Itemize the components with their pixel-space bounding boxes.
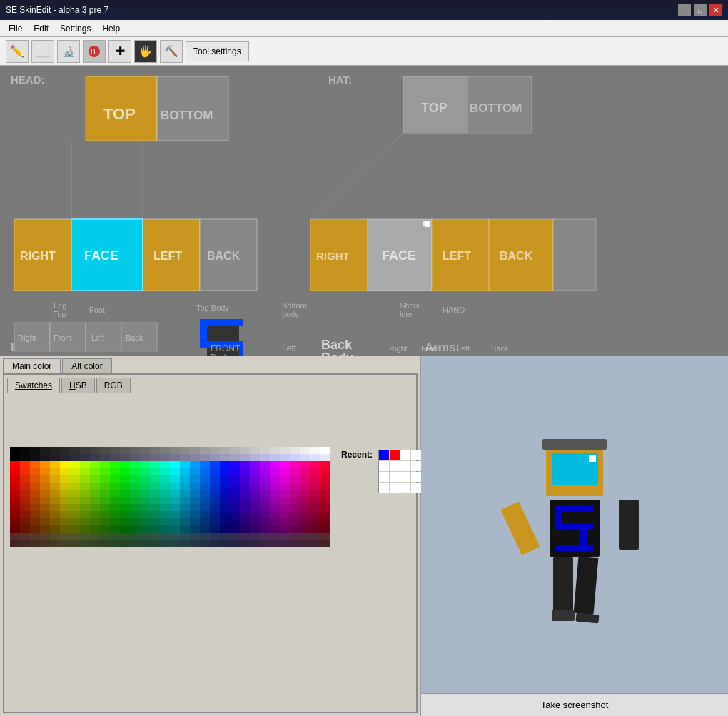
palette-cell[interactable] xyxy=(270,540,280,547)
palette-cell[interactable] xyxy=(120,511,130,518)
palette-cell[interactable] xyxy=(210,447,220,454)
palette-cell[interactable] xyxy=(300,511,310,518)
menu-edit[interactable]: Edit xyxy=(28,22,54,35)
palette-cell[interactable] xyxy=(20,468,30,475)
palette-cell[interactable] xyxy=(90,483,100,490)
palette-cell[interactable] xyxy=(30,511,40,518)
palette-cell[interactable] xyxy=(160,475,170,483)
palette-cell[interactable] xyxy=(100,490,110,497)
palette-cell[interactable] xyxy=(70,504,80,511)
palette-cell[interactable] xyxy=(200,454,210,461)
canvas-area[interactable]: HEAD: HAT: TOP BOTTOM RIGHT FACE LEFT BA… xyxy=(0,66,728,356)
palette-cell[interactable] xyxy=(230,468,240,475)
palette-cell[interactable] xyxy=(170,518,180,525)
palette-cell[interactable] xyxy=(50,497,60,504)
palette-cell[interactable] xyxy=(80,533,90,540)
recent-color-12[interactable] xyxy=(390,472,400,482)
palette-cell[interactable] xyxy=(260,504,270,511)
palette-cell[interactable] xyxy=(250,468,260,475)
palette-cell[interactable] xyxy=(90,525,100,533)
palette-cell[interactable] xyxy=(60,511,70,518)
recent-color-6[interactable] xyxy=(379,461,389,471)
palette-cell[interactable] xyxy=(320,490,330,497)
palette-cell[interactable] xyxy=(110,483,120,490)
palette-cell[interactable] xyxy=(310,454,320,461)
palette-cell[interactable] xyxy=(80,504,90,511)
palette-cell[interactable] xyxy=(20,454,30,461)
palette-cell[interactable] xyxy=(260,533,270,540)
recent-color-13[interactable] xyxy=(400,472,410,482)
palette-cell[interactable] xyxy=(70,540,80,547)
palette-cell[interactable] xyxy=(270,518,280,525)
recent-color-11[interactable] xyxy=(379,472,389,482)
palette-cell[interactable] xyxy=(150,461,160,468)
palette-cell[interactable] xyxy=(120,475,130,483)
palette-cell[interactable] xyxy=(60,483,70,490)
palette-cell[interactable] xyxy=(200,461,210,468)
palette-cell[interactable] xyxy=(90,511,100,518)
palette-cell[interactable] xyxy=(120,468,130,475)
palette-cell[interactable] xyxy=(200,497,210,504)
palette-cell[interactable] xyxy=(130,518,140,525)
palette-cell[interactable] xyxy=(280,483,290,490)
palette-cell[interactable] xyxy=(130,511,140,518)
palette-cell[interactable] xyxy=(240,525,250,533)
palette-cell[interactable] xyxy=(210,525,220,533)
palette-cell[interactable] xyxy=(320,518,330,525)
palette-cell[interactable] xyxy=(50,525,60,533)
palette-cell[interactable] xyxy=(80,447,90,454)
recent-color-7[interactable] xyxy=(390,461,400,471)
palette-cell[interactable] xyxy=(270,475,280,483)
palette-cell[interactable] xyxy=(210,540,220,547)
palette-cell[interactable] xyxy=(200,518,210,525)
palette-cell[interactable] xyxy=(290,461,300,468)
palette-cell[interactable] xyxy=(140,504,150,511)
palette-cell[interactable] xyxy=(230,511,240,518)
palette-cell[interactable] xyxy=(300,504,310,511)
palette-cell[interactable] xyxy=(10,540,20,547)
palette-cell[interactable] xyxy=(310,461,320,468)
palette-cell[interactable] xyxy=(40,511,50,518)
palette-cell[interactable] xyxy=(180,540,190,547)
palette-cell[interactable] xyxy=(50,447,60,454)
palette-cell[interactable] xyxy=(180,461,190,468)
palette-cell[interactable] xyxy=(20,475,30,483)
palette-cell[interactable] xyxy=(240,447,250,454)
pencil-tool[interactable]: ✏️ xyxy=(6,40,29,63)
palette-cell[interactable] xyxy=(320,511,330,518)
palette-cell[interactable] xyxy=(300,490,310,497)
palette-cell[interactable] xyxy=(50,504,60,511)
palette-cell[interactable] xyxy=(210,497,220,504)
palette-cell[interactable] xyxy=(160,497,170,504)
palette-cell[interactable] xyxy=(120,461,130,468)
palette-cell[interactable] xyxy=(130,540,140,547)
palette-cell[interactable] xyxy=(180,518,190,525)
palette-cell[interactable] xyxy=(40,461,50,468)
palette-cell[interactable] xyxy=(110,461,120,468)
palette-cell[interactable] xyxy=(60,461,70,468)
palette-cell[interactable] xyxy=(320,475,330,483)
palette-cell[interactable] xyxy=(190,497,200,504)
palette-cell[interactable] xyxy=(100,504,110,511)
palette-cell[interactable] xyxy=(150,540,160,547)
palette-cell[interactable] xyxy=(280,475,290,483)
palette-cell[interactable] xyxy=(320,447,330,454)
palette-cell[interactable] xyxy=(230,475,240,483)
palette-cell[interactable] xyxy=(20,447,30,454)
palette-cell[interactable] xyxy=(90,518,100,525)
palette-cell[interactable] xyxy=(160,454,170,461)
palette-cell[interactable] xyxy=(40,447,50,454)
palette-cell[interactable] xyxy=(200,490,210,497)
palette-cell[interactable] xyxy=(240,483,250,490)
palette-cell[interactable] xyxy=(100,454,110,461)
palette-cell[interactable] xyxy=(240,475,250,483)
palette-cell[interactable] xyxy=(270,454,280,461)
palette-cell[interactable] xyxy=(200,525,210,533)
palette-cell[interactable] xyxy=(300,447,310,454)
palette-cell[interactable] xyxy=(30,483,40,490)
palette-cell[interactable] xyxy=(190,468,200,475)
palette-cell[interactable] xyxy=(230,525,240,533)
palette-cell[interactable] xyxy=(180,533,190,540)
palette-cell[interactable] xyxy=(270,533,280,540)
palette-cell[interactable] xyxy=(300,518,310,525)
